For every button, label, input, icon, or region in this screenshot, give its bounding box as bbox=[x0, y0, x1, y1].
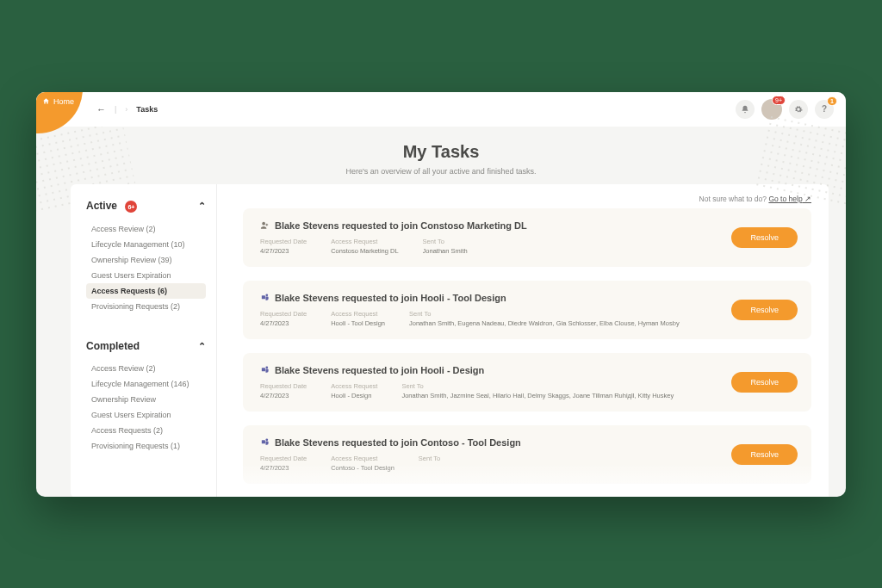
meta-label: Sent To bbox=[423, 238, 718, 245]
task-date: 4/27/2023 bbox=[260, 464, 307, 472]
person-add-icon bbox=[260, 220, 270, 230]
svg-point-6 bbox=[265, 438, 268, 441]
meta-label: Sent To bbox=[419, 455, 718, 462]
page-header: My Tasks Here's an overview of all your … bbox=[36, 127, 846, 184]
gear-icon bbox=[794, 105, 803, 114]
sidebar-item[interactable]: Access Requests (6) bbox=[86, 283, 206, 299]
sidebar-completed-header[interactable]: Completed ⌃ bbox=[86, 340, 206, 352]
meta-label: Access Request bbox=[331, 310, 385, 318]
sidebar-item[interactable]: Provisioning Requests (1) bbox=[86, 438, 206, 454]
meta-label: Sent To bbox=[409, 310, 717, 318]
meta-label: Sent To bbox=[401, 382, 717, 390]
settings-button[interactable] bbox=[789, 100, 808, 119]
help-button[interactable]: ? 1 bbox=[815, 100, 834, 119]
svg-rect-3 bbox=[262, 368, 265, 371]
sidebar-completed-title: Completed bbox=[86, 340, 140, 352]
topbar-actions: 9+ ? 1 bbox=[736, 99, 834, 120]
sidebar-item[interactable]: Lifecycle Management (146) bbox=[86, 376, 206, 392]
sidebar-item[interactable]: Ownership Review bbox=[86, 392, 206, 407]
meta-label: Requested Date bbox=[260, 238, 307, 245]
task-date: 4/27/2023 bbox=[260, 247, 307, 255]
task-title-text: Blake Stevens requested to join Hooli - … bbox=[275, 365, 484, 375]
task-list: Blake Stevens requested to join Constoso… bbox=[243, 208, 811, 484]
meta-label: Requested Date bbox=[260, 382, 307, 390]
home-icon bbox=[42, 97, 50, 105]
sidebar-active-header[interactable]: Active 6+ ⌃ bbox=[86, 200, 206, 214]
sidebar-item[interactable]: Provisioning Requests (2) bbox=[86, 299, 206, 314]
help-badge: 1 bbox=[827, 96, 837, 106]
notifications-button[interactable] bbox=[736, 100, 755, 119]
breadcrumb-current: Tasks bbox=[136, 105, 158, 114]
resolve-button[interactable]: Resolve bbox=[731, 372, 798, 393]
task-request: Constoso Marketing DL bbox=[331, 247, 398, 255]
task-sent-to: Jonathan Smith bbox=[423, 247, 718, 255]
sidebar-active-list: Access Review (2)Lifecycle Management (1… bbox=[86, 221, 206, 314]
task-request: Contoso - Tool Design bbox=[331, 464, 394, 472]
svg-point-2 bbox=[265, 294, 268, 296]
task-date: 4/27/2023 bbox=[260, 392, 307, 399]
user-avatar[interactable]: 9+ bbox=[761, 99, 782, 120]
task-sent-to: Jonathan Smith, Jazmine Seal, Hilario Ha… bbox=[401, 392, 717, 399]
task-request: Hooli - Design bbox=[331, 392, 377, 399]
svg-point-0 bbox=[262, 222, 265, 226]
svg-point-4 bbox=[265, 366, 268, 368]
sidebar: Active 6+ ⌃ Access Review (2)Lifecycle M… bbox=[71, 184, 217, 497]
chevron-up-icon: ⌃ bbox=[198, 201, 206, 212]
svg-rect-1 bbox=[262, 295, 265, 299]
task-title-text: Blake Stevens requested to join Contoso … bbox=[275, 437, 521, 448]
page-title: My Tasks bbox=[36, 142, 846, 162]
task-date: 4/27/2023 bbox=[260, 319, 307, 327]
content-panel: Active 6+ ⌃ Access Review (2)Lifecycle M… bbox=[71, 184, 829, 497]
help-hint-text: Not sure what to do? bbox=[699, 195, 767, 203]
sidebar-item[interactable]: Guest Users Expiration bbox=[86, 407, 206, 423]
meta-label: Access Request bbox=[331, 382, 377, 390]
sidebar-item[interactable]: Guest Users Expiration bbox=[86, 268, 206, 283]
sidebar-completed-list: Access Review (2)Lifecycle Management (1… bbox=[86, 361, 206, 454]
home-label: Home bbox=[53, 97, 74, 106]
resolve-button[interactable]: Resolve bbox=[731, 227, 798, 248]
meta-label: Requested Date bbox=[260, 455, 307, 462]
breadcrumb-separator: | bbox=[115, 105, 116, 114]
sidebar-item[interactable]: Lifecycle Management (10) bbox=[86, 237, 206, 252]
task-title-text: Blake Stevens requested to join Hooli - … bbox=[275, 293, 506, 303]
sidebar-section-completed: Completed ⌃ Access Review (2)Lifecycle M… bbox=[86, 340, 206, 454]
sidebar-item[interactable]: Access Review (2) bbox=[86, 221, 206, 237]
sidebar-section-active: Active 6+ ⌃ Access Review (2)Lifecycle M… bbox=[86, 200, 206, 315]
sidebar-item[interactable]: Access Requests (2) bbox=[86, 423, 206, 438]
task-sent-to: Jonathan Smith, Eugena Nadeau, Diedre Wa… bbox=[409, 319, 717, 327]
teams-icon bbox=[260, 293, 270, 302]
sidebar-active-title: Active bbox=[86, 200, 117, 212]
task-card: Blake Stevens requested to join Constoso… bbox=[243, 208, 811, 267]
help-link[interactable]: Go to help ↗ bbox=[768, 195, 811, 203]
top-bar: Home ← | › Tasks 9+ ? 1 bbox=[36, 92, 846, 127]
meta-label: Requested Date bbox=[260, 310, 307, 318]
task-card: Blake Stevens requested to join Contoso … bbox=[243, 425, 811, 484]
sidebar-item[interactable]: Ownership Review (39) bbox=[86, 252, 206, 268]
task-title-text: Blake Stevens requested to join Constoso… bbox=[275, 220, 527, 231]
avatar-badge: 9+ bbox=[772, 96, 786, 105]
sidebar-item[interactable]: Access Review (2) bbox=[86, 361, 206, 376]
chevron-up-icon: ⌃ bbox=[198, 341, 206, 352]
bell-icon bbox=[741, 105, 749, 114]
meta-label: Access Request bbox=[331, 455, 394, 462]
app-window: Home ← | › Tasks 9+ ? 1 My Tasks Here' bbox=[36, 92, 846, 497]
svg-rect-5 bbox=[262, 440, 265, 443]
breadcrumb-separator: › bbox=[125, 105, 127, 114]
task-card: Blake Stevens requested to join Hooli - … bbox=[243, 281, 811, 339]
sidebar-active-badge: 6+ bbox=[125, 201, 137, 213]
resolve-button[interactable]: Resolve bbox=[731, 444, 798, 465]
breadcrumb: ← | › Tasks bbox=[96, 104, 158, 115]
teams-icon bbox=[260, 365, 270, 374]
meta-label: Access Request bbox=[331, 238, 398, 245]
task-card: Blake Stevens requested to join Hooli - … bbox=[243, 353, 811, 412]
resolve-button[interactable]: Resolve bbox=[731, 300, 798, 320]
main-panel: Not sure what to do? Go to help ↗ Blake … bbox=[217, 184, 829, 497]
help-hint: Not sure what to do? Go to help ↗ bbox=[243, 195, 811, 203]
task-request: Hooli - Tool Design bbox=[331, 319, 385, 327]
teams-icon bbox=[260, 437, 270, 447]
page-subtitle: Here's an overview of all your active an… bbox=[36, 167, 846, 176]
back-button[interactable]: ← bbox=[96, 104, 106, 115]
